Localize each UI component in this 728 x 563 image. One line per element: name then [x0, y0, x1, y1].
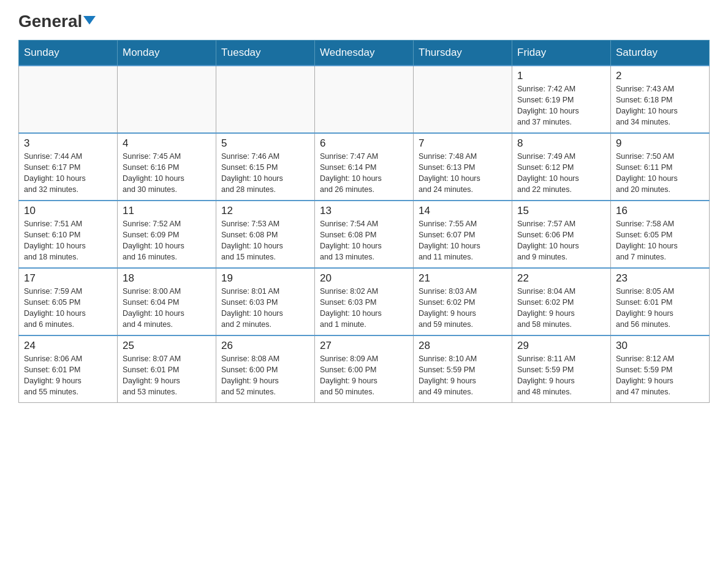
- day-number: 9: [616, 137, 704, 150]
- weekday-header-thursday: Thursday: [414, 40, 512, 66]
- day-number: 4: [123, 137, 211, 150]
- day-number: 20: [320, 272, 408, 285]
- week-row-2: 3Sunrise: 7:44 AMSunset: 6:17 PMDaylight…: [19, 133, 710, 201]
- day-number: 15: [517, 205, 605, 217]
- calendar-cell: 15Sunrise: 7:57 AMSunset: 6:06 PMDayligh…: [512, 201, 611, 268]
- day-number: 6: [320, 137, 408, 150]
- calendar-cell: 20Sunrise: 8:02 AMSunset: 6:03 PMDayligh…: [315, 268, 414, 335]
- calendar-cell: [216, 66, 315, 133]
- calendar-cell: 23Sunrise: 8:05 AMSunset: 6:01 PMDayligh…: [611, 268, 710, 335]
- day-number: 10: [24, 205, 112, 217]
- day-number: 2: [616, 70, 704, 82]
- day-info: Sunrise: 8:10 AMSunset: 5:59 PMDaylight:…: [419, 353, 507, 398]
- calendar-cell: 26Sunrise: 8:08 AMSunset: 6:00 PMDayligh…: [216, 335, 315, 403]
- day-info: Sunrise: 7:55 AMSunset: 6:07 PMDaylight:…: [419, 218, 507, 263]
- day-info: Sunrise: 7:47 AMSunset: 6:14 PMDaylight:…: [320, 151, 408, 196]
- calendar-cell: 25Sunrise: 8:07 AMSunset: 6:01 PMDayligh…: [118, 335, 216, 403]
- day-info: Sunrise: 7:52 AMSunset: 6:09 PMDaylight:…: [123, 218, 211, 263]
- calendar-cell: 6Sunrise: 7:47 AMSunset: 6:14 PMDaylight…: [315, 133, 414, 201]
- weekday-header-sunday: Sunday: [19, 40, 118, 66]
- day-number: 23: [616, 272, 704, 285]
- week-row-1: 1Sunrise: 7:42 AMSunset: 6:19 PMDaylight…: [19, 66, 710, 133]
- calendar-cell: [19, 66, 118, 133]
- calendar-cell: 9Sunrise: 7:50 AMSunset: 6:11 PMDaylight…: [611, 133, 710, 201]
- day-info: Sunrise: 8:06 AMSunset: 6:01 PMDaylight:…: [24, 353, 112, 398]
- day-info: Sunrise: 8:12 AMSunset: 5:59 PMDaylight:…: [616, 353, 704, 398]
- day-number: 29: [517, 340, 605, 352]
- calendar-cell: 1Sunrise: 7:42 AMSunset: 6:19 PMDaylight…: [512, 66, 611, 133]
- day-number: 30: [616, 340, 704, 352]
- day-info: Sunrise: 8:11 AMSunset: 5:59 PMDaylight:…: [517, 353, 605, 398]
- day-info: Sunrise: 7:43 AMSunset: 6:18 PMDaylight:…: [616, 83, 704, 128]
- day-number: 19: [221, 272, 309, 285]
- day-info: Sunrise: 8:05 AMSunset: 6:01 PMDaylight:…: [616, 286, 704, 331]
- day-number: 24: [24, 340, 112, 352]
- day-number: 26: [221, 340, 309, 352]
- day-number: 27: [320, 340, 408, 352]
- logo-triangle-icon: [83, 16, 96, 25]
- weekday-header-row: SundayMondayTuesdayWednesdayThursdayFrid…: [19, 40, 710, 66]
- page-header: General: [18, 12, 710, 30]
- day-info: Sunrise: 7:49 AMSunset: 6:12 PMDaylight:…: [517, 151, 605, 196]
- day-info: Sunrise: 7:51 AMSunset: 6:10 PMDaylight:…: [24, 218, 112, 263]
- day-number: 14: [419, 205, 507, 217]
- logo-main: General: [18, 12, 96, 31]
- day-number: 13: [320, 205, 408, 217]
- day-info: Sunrise: 8:01 AMSunset: 6:03 PMDaylight:…: [221, 286, 309, 331]
- weekday-header-friday: Friday: [512, 40, 611, 66]
- weekday-header-wednesday: Wednesday: [315, 40, 414, 66]
- day-number: 11: [123, 205, 211, 217]
- day-number: 17: [24, 272, 112, 285]
- calendar-cell: [414, 66, 512, 133]
- day-info: Sunrise: 7:50 AMSunset: 6:11 PMDaylight:…: [616, 151, 704, 196]
- day-number: 5: [221, 137, 309, 150]
- week-row-5: 24Sunrise: 8:06 AMSunset: 6:01 PMDayligh…: [19, 335, 710, 403]
- day-number: 3: [24, 137, 112, 150]
- day-info: Sunrise: 7:53 AMSunset: 6:08 PMDaylight:…: [221, 218, 309, 263]
- day-info: Sunrise: 8:00 AMSunset: 6:04 PMDaylight:…: [123, 286, 211, 331]
- calendar-cell: 24Sunrise: 8:06 AMSunset: 6:01 PMDayligh…: [19, 335, 118, 403]
- calendar-cell: 16Sunrise: 7:58 AMSunset: 6:05 PMDayligh…: [611, 201, 710, 268]
- calendar-cell: 22Sunrise: 8:04 AMSunset: 6:02 PMDayligh…: [512, 268, 611, 335]
- weekday-header-monday: Monday: [118, 40, 216, 66]
- calendar-cell: 2Sunrise: 7:43 AMSunset: 6:18 PMDaylight…: [611, 66, 710, 133]
- calendar-cell: 17Sunrise: 7:59 AMSunset: 6:05 PMDayligh…: [19, 268, 118, 335]
- day-number: 8: [517, 137, 605, 150]
- day-number: 7: [419, 137, 507, 150]
- day-info: Sunrise: 8:08 AMSunset: 6:00 PMDaylight:…: [221, 353, 309, 398]
- calendar-cell: 4Sunrise: 7:45 AMSunset: 6:16 PMDaylight…: [118, 133, 216, 201]
- calendar-cell: 27Sunrise: 8:09 AMSunset: 6:00 PMDayligh…: [315, 335, 414, 403]
- day-info: Sunrise: 7:44 AMSunset: 6:17 PMDaylight:…: [24, 151, 112, 196]
- day-number: 12: [221, 205, 309, 217]
- calendar-cell: 14Sunrise: 7:55 AMSunset: 6:07 PMDayligh…: [414, 201, 512, 268]
- calendar-cell: 10Sunrise: 7:51 AMSunset: 6:10 PMDayligh…: [19, 201, 118, 268]
- day-number: 16: [616, 205, 704, 217]
- day-info: Sunrise: 8:02 AMSunset: 6:03 PMDaylight:…: [320, 286, 408, 331]
- calendar-cell: 28Sunrise: 8:10 AMSunset: 5:59 PMDayligh…: [414, 335, 512, 403]
- calendar-cell: 3Sunrise: 7:44 AMSunset: 6:17 PMDaylight…: [19, 133, 118, 201]
- calendar-cell: 13Sunrise: 7:54 AMSunset: 6:08 PMDayligh…: [315, 201, 414, 268]
- weekday-header-tuesday: Tuesday: [216, 40, 315, 66]
- calendar-cell: [315, 66, 414, 133]
- day-number: 28: [419, 340, 507, 352]
- calendar-cell: 7Sunrise: 7:48 AMSunset: 6:13 PMDaylight…: [414, 133, 512, 201]
- calendar-cell: 29Sunrise: 8:11 AMSunset: 5:59 PMDayligh…: [512, 335, 611, 403]
- day-number: 18: [123, 272, 211, 285]
- day-info: Sunrise: 7:58 AMSunset: 6:05 PMDaylight:…: [616, 218, 704, 263]
- day-info: Sunrise: 7:48 AMSunset: 6:13 PMDaylight:…: [419, 151, 507, 196]
- day-info: Sunrise: 8:09 AMSunset: 6:00 PMDaylight:…: [320, 353, 408, 398]
- calendar-cell: 11Sunrise: 7:52 AMSunset: 6:09 PMDayligh…: [118, 201, 216, 268]
- day-number: 1: [517, 70, 605, 82]
- day-info: Sunrise: 8:07 AMSunset: 6:01 PMDaylight:…: [123, 353, 211, 398]
- day-info: Sunrise: 7:59 AMSunset: 6:05 PMDaylight:…: [24, 286, 112, 331]
- week-row-3: 10Sunrise: 7:51 AMSunset: 6:10 PMDayligh…: [19, 201, 710, 268]
- day-info: Sunrise: 7:57 AMSunset: 6:06 PMDaylight:…: [517, 218, 605, 263]
- day-number: 22: [517, 272, 605, 285]
- calendar-cell: 21Sunrise: 8:03 AMSunset: 6:02 PMDayligh…: [414, 268, 512, 335]
- day-info: Sunrise: 8:03 AMSunset: 6:02 PMDaylight:…: [419, 286, 507, 331]
- calendar-cell: 8Sunrise: 7:49 AMSunset: 6:12 PMDaylight…: [512, 133, 611, 201]
- calendar-cell: 5Sunrise: 7:46 AMSunset: 6:15 PMDaylight…: [216, 133, 315, 201]
- day-number: 21: [419, 272, 507, 285]
- calendar-cell: [118, 66, 216, 133]
- calendar-table: SundayMondayTuesdayWednesdayThursdayFrid…: [18, 40, 710, 404]
